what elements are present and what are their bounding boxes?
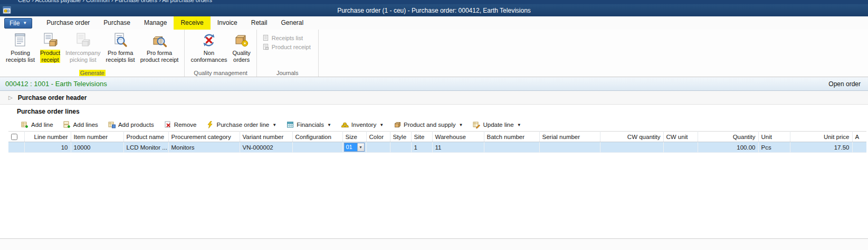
- grid-row[interactable]: 1010000LCD Monitor ...MonitorsVN-0000020…: [8, 142, 866, 153]
- grid-column-quantity[interactable]: Quantity: [698, 132, 758, 142]
- group-label-quality-management: Quality management: [185, 70, 256, 76]
- cell-warehouse[interactable]: 11: [432, 142, 484, 153]
- ribbon-button-quality-orders[interactable]: Quality orders: [230, 31, 253, 63]
- cell-value: 1: [414, 144, 417, 151]
- cell-site[interactable]: 1: [411, 142, 432, 153]
- grid-column-unit[interactable]: Unit: [758, 132, 790, 142]
- grid-column-variant-number[interactable]: Variant number: [240, 132, 292, 142]
- grid-column-unit-price[interactable]: Unit price: [790, 132, 852, 142]
- breadcrumb[interactable]: CEU › Accounts payable › Common › Purcha…: [0, 0, 868, 3]
- column-label: Batch number: [487, 134, 525, 140]
- tab-purchase-order[interactable]: Purchase order: [40, 16, 97, 30]
- group-label-journals: Journals: [257, 70, 318, 76]
- column-label: Unit: [761, 134, 772, 140]
- grid-column-serial-number[interactable]: Serial number: [539, 132, 600, 142]
- ribbon-button-non-conformances[interactable]: Non conformances: [188, 31, 230, 63]
- column-label: CW quantity: [627, 134, 661, 140]
- toolbar-button-label: Purchase order line: [216, 122, 269, 128]
- cell-item-number[interactable]: 10000: [71, 142, 123, 153]
- toolbar-button-remove[interactable]: Remove: [164, 121, 197, 128]
- record-title: 000412 : 1001 - Earth Televisions: [5, 80, 107, 88]
- ribbon-button-product-receipt[interactable]: Product receipt: [37, 31, 63, 63]
- expand-arrow-icon[interactable]: ▷: [8, 95, 13, 100]
- toolbar-button-inventory[interactable]: Inventory▼: [341, 121, 384, 128]
- tab-invoice[interactable]: Invoice: [211, 16, 244, 30]
- cell-style[interactable]: [390, 142, 411, 153]
- cell-cw-unit[interactable]: [663, 142, 698, 153]
- grid-column-color[interactable]: Color: [366, 132, 390, 142]
- grid-column-item-number[interactable]: Item number: [71, 132, 123, 142]
- ribbon-button-pro-forma-product-receipt[interactable]: Pro forma product receipt: [138, 31, 182, 63]
- toolbar-button-product-and-supply[interactable]: Product and supply▼: [394, 121, 463, 128]
- toolbar-button-add-lines[interactable]: Add lines: [63, 121, 98, 128]
- column-label: Color: [369, 134, 384, 140]
- add-products-icon: [108, 121, 116, 128]
- toolbar-button-label: Add products: [118, 122, 154, 128]
- ribbon-button-posting-receipts-list[interactable]: Posting receipts list: [3, 31, 37, 63]
- cell-quantity[interactable]: 100.00: [698, 142, 758, 153]
- tab-purchase[interactable]: Purchase: [97, 16, 137, 30]
- grid-column-product-name[interactable]: Product name: [123, 132, 168, 142]
- cell-value: 10: [61, 144, 68, 151]
- grid-column-line-number[interactable]: Line number: [24, 132, 71, 142]
- cell-unit-price[interactable]: 17.50: [790, 142, 852, 153]
- ribbon-button-label: Receipts list: [272, 35, 303, 41]
- size-combobox[interactable]: 01▼: [344, 143, 365, 152]
- toolbar-button-label: Product and supply: [404, 122, 455, 128]
- non-conformances-icon: [201, 32, 217, 48]
- tab-retail[interactable]: Retail: [244, 16, 274, 30]
- grid-column-batch-number[interactable]: Batch number: [484, 132, 539, 142]
- ribbon-button-label: Posting receipts list: [6, 50, 35, 63]
- grid-column-procurement-category[interactable]: Procurement category: [168, 132, 240, 142]
- grid-column-site[interactable]: Site: [411, 132, 432, 142]
- add-lines-icon: [63, 121, 71, 128]
- select-all-checkbox[interactable]: [11, 134, 17, 140]
- cell-serial-number[interactable]: [539, 142, 600, 153]
- cell-color[interactable]: [366, 142, 390, 153]
- lines-toolbar: Add lineAdd linesAdd productsRemovePurch…: [0, 118, 868, 131]
- tab-receive[interactable]: Receive: [174, 16, 210, 30]
- form-bottom: [0, 238, 868, 250]
- cell-select[interactable]: [8, 142, 24, 153]
- ribbon-button-pro-forma-receipts-list[interactable]: Pro forma receipts list: [103, 31, 138, 63]
- grid-column-cw-quantity[interactable]: CW quantity: [600, 132, 663, 142]
- cell-a[interactable]: [852, 142, 866, 153]
- group-label-text: Journals: [276, 70, 299, 76]
- combo-dropdown-button[interactable]: ▼: [357, 143, 364, 151]
- column-label: Style: [393, 134, 407, 140]
- chevron-down-icon: ▼: [272, 123, 276, 127]
- group-label-generate: Generate: [0, 70, 184, 76]
- cell-unit[interactable]: Pcs: [758, 142, 790, 153]
- cell-cw-quantity[interactable]: [600, 142, 663, 153]
- grid-column-configuration[interactable]: Configuration: [292, 132, 342, 142]
- grid-select-all-header[interactable]: [8, 132, 24, 142]
- remove-icon: [164, 121, 171, 128]
- cell-procurement-category[interactable]: Monitors: [168, 142, 240, 153]
- cell-product-name[interactable]: LCD Monitor ...: [123, 142, 168, 153]
- group-label-text: Quality management: [194, 70, 247, 76]
- cell-batch-number[interactable]: [484, 142, 539, 153]
- toolbar-button-add-products[interactable]: Add products: [108, 121, 154, 128]
- toolbar-button-update-line[interactable]: Update line▼: [473, 121, 521, 128]
- toolbar-button-purchase-order-line[interactable]: Purchase order line▼: [206, 121, 276, 128]
- cell-line-number[interactable]: 10: [24, 142, 71, 153]
- purchase-order-header-section[interactable]: ▷ Purchase order header: [0, 91, 868, 105]
- cell-configuration[interactable]: [292, 142, 342, 153]
- cell-value: Pcs: [761, 144, 771, 151]
- toolbar-button-financials[interactable]: Financials▼: [287, 121, 331, 128]
- file-menu-button[interactable]: File ▼: [4, 18, 32, 29]
- tab-general[interactable]: General: [274, 16, 310, 30]
- cell-size[interactable]: 01▼: [342, 142, 366, 153]
- grid-column-cw-unit[interactable]: CW unit: [663, 132, 698, 142]
- grid-column-style[interactable]: Style: [390, 132, 411, 142]
- ribbon-button-label: Product receipt: [40, 50, 60, 63]
- toolbar-button-label: Inventory: [351, 122, 376, 128]
- grid-column-a[interactable]: A: [852, 132, 866, 142]
- tab-manage[interactable]: Manage: [137, 16, 174, 30]
- toolbar-button-add-line[interactable]: Add line: [21, 121, 53, 128]
- ribbon-tab-row: File ▼ Purchase orderPurchaseManageRecei…: [0, 16, 868, 30]
- column-label: Item number: [74, 134, 108, 140]
- cell-variant-number[interactable]: VN-000002: [240, 142, 292, 153]
- grid-column-warehouse[interactable]: Warehouse: [432, 132, 484, 142]
- grid-column-size[interactable]: Size: [342, 132, 366, 142]
